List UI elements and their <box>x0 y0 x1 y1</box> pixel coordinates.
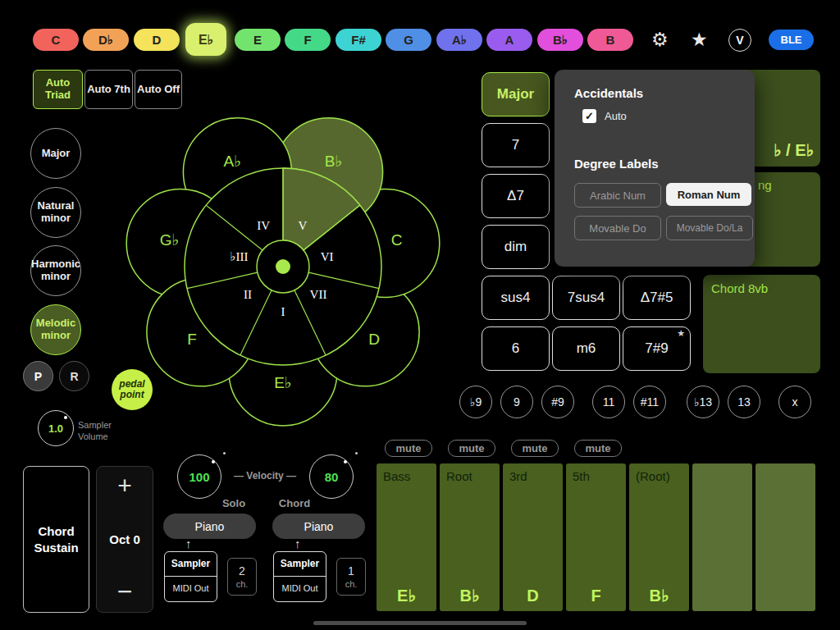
home-indicator[interactable] <box>313 621 527 625</box>
settings-gear-icon[interactable]: ⚙ <box>651 29 669 50</box>
key-button-a[interactable]: A <box>486 29 532 51</box>
mute-button-4[interactable]: mute <box>574 440 622 457</box>
scale-harmonic-minor-button[interactable]: Harmonic minor <box>30 245 81 296</box>
chord-sampler-option[interactable]: Sampler <box>274 552 326 577</box>
solo-midi-out-option[interactable]: MIDI Out <box>165 577 217 600</box>
wheel-note-f[interactable]: F <box>187 331 197 348</box>
key-button-b[interactable]: B <box>587 29 633 51</box>
quality-7sharp9-button[interactable]: 7#9 ★ <box>623 326 691 371</box>
p-button[interactable]: P <box>23 361 53 391</box>
wheel-degree-ii[interactable]: II <box>244 288 252 301</box>
key-button-db[interactable]: D♭ <box>83 29 129 51</box>
pad-root[interactable]: Root B♭ <box>440 463 500 611</box>
chord-8vb-panel[interactable]: Chord 8vb <box>703 275 820 373</box>
extension-b13-button[interactable]: ♭13 <box>687 386 719 418</box>
octave-minus-button[interactable]: − <box>97 577 153 607</box>
mute-button-2[interactable]: mute <box>448 440 495 457</box>
knob-indicator-dot <box>212 460 215 463</box>
quality-major-button[interactable]: Major <box>482 72 550 116</box>
degree-option-movable-do-la[interactable]: Movable Do/La <box>666 216 753 240</box>
key-button-bb[interactable]: B♭ <box>537 29 583 51</box>
ble-button[interactable]: BLE <box>769 30 814 50</box>
key-button-c[interactable]: C <box>33 29 79 51</box>
chord-velocity-knob[interactable]: 80 <box>309 454 354 499</box>
solo-sampler-option[interactable]: Sampler <box>165 552 217 577</box>
octave-label: Oct 0 <box>97 532 153 546</box>
wheel-degree-vii[interactable]: VII <box>310 288 327 301</box>
extension-9-button[interactable]: 9 <box>500 386 533 418</box>
pad-empty-1[interactable] <box>692 463 752 611</box>
mute-button-1[interactable]: mute <box>385 440 432 457</box>
wheel-note-gb[interactable]: G♭ <box>160 231 180 249</box>
wheel-note-ab[interactable]: A♭ <box>224 153 242 170</box>
wheel-degree-v[interactable]: V <box>298 219 307 232</box>
chord-sustain-button[interactable]: Chord Sustain <box>23 466 89 613</box>
quality-m6-button[interactable]: m6 <box>552 326 620 371</box>
extension-b9-button[interactable]: ♭9 <box>459 386 492 418</box>
pad-empty-2[interactable] <box>756 463 815 611</box>
chord-midi-out-option[interactable]: MIDI Out <box>274 577 326 600</box>
favorite-star-icon: ★ <box>677 328 685 339</box>
degree-option-movable-do[interactable]: Movable Do <box>574 216 661 240</box>
wheel-center-dot <box>276 259 290 274</box>
key-button-fsharp[interactable]: F# <box>336 29 381 51</box>
wheel-note-bb[interactable]: B♭ <box>325 153 343 170</box>
mute-button-3[interactable]: mute <box>511 440 559 457</box>
pad-root-2[interactable]: (Root) B♭ <box>629 463 689 611</box>
degree-option-roman-num[interactable]: Roman Num <box>666 183 751 206</box>
extension-x-button[interactable]: x <box>778 386 811 418</box>
checkbox-checked[interactable]: ✓ <box>582 109 596 123</box>
quality-dim-button[interactable]: dim <box>482 225 550 269</box>
key-button-g[interactable]: G <box>386 29 431 51</box>
solo-velocity-knob[interactable]: 100 <box>177 454 221 499</box>
pad-5th[interactable]: 5th F <box>566 463 626 611</box>
scale-major-button[interactable]: Major <box>30 128 81 179</box>
quality-6-button[interactable]: 6 <box>482 326 550 371</box>
extension-s9-button[interactable]: #9 <box>541 386 574 418</box>
r-button[interactable]: R <box>59 361 89 391</box>
voicing-v-button[interactable]: V <box>728 29 751 52</box>
quality-maj7-button[interactable]: Δ7 <box>482 174 550 218</box>
pad-note-label: B♭ <box>629 586 689 605</box>
channel-unit-label: ch. <box>345 579 358 589</box>
extension-11-button[interactable]: 11 <box>592 386 625 418</box>
pad-role-label: 5th <box>573 469 590 483</box>
wheel-note-c[interactable]: C <box>391 231 403 249</box>
key-button-eb-selected[interactable]: E♭ <box>185 23 226 56</box>
key-button-d[interactable]: D <box>134 29 180 51</box>
solo-instrument-button[interactable]: Piano <box>163 514 256 539</box>
wheel-degree-iv[interactable]: IV <box>257 219 270 232</box>
wheel-note-d[interactable]: D <box>368 331 380 348</box>
favorites-star-icon[interactable]: ★ <box>691 29 708 50</box>
wheel-note-eb[interactable]: E♭ <box>274 374 292 391</box>
solo-output-selector[interactable]: Sampler MIDI Out <box>164 551 217 602</box>
wheel-degree-i[interactable]: I <box>281 305 285 318</box>
wheel-degree-vi[interactable]: VI <box>321 250 334 263</box>
settings-popup: Accidentals ✓ Auto Degree Labels Arabic … <box>555 70 755 267</box>
quality-maj7sharp5-button[interactable]: Δ7#5 <box>623 276 691 320</box>
wheel-degree-biii[interactable]: ♭III <box>230 250 248 263</box>
key-button-f[interactable]: F <box>285 29 331 51</box>
key-button-ab[interactable]: A♭ <box>436 29 482 51</box>
chord-wheel[interactable]: IV V ♭III VI II VII I A♭ B♭ G♭ C F D E♭ <box>119 103 447 431</box>
solo-channel-button[interactable]: 2 ch. <box>227 558 257 596</box>
key-button-e[interactable]: E <box>235 29 281 51</box>
accidentals-title: Accidentals <box>574 86 643 100</box>
extension-s11-button[interactable]: #11 <box>633 386 666 418</box>
quality-7-button[interactable]: 7 <box>482 123 550 167</box>
extension-13-button[interactable]: 13 <box>728 386 760 418</box>
degree-option-arabic-num[interactable]: Arabic Num <box>574 183 661 208</box>
octave-plus-button[interactable]: + <box>97 472 153 500</box>
pad-3rd[interactable]: 3rd D <box>503 463 563 611</box>
quality-sus4-button[interactable]: sus4 <box>482 276 550 320</box>
sampler-volume-knob[interactable]: 1.0 <box>38 410 74 446</box>
chord-instrument-button[interactable]: Piano <box>272 514 365 539</box>
chord-channel-button[interactable]: 1 ch. <box>336 558 366 596</box>
quality-7sus4-button[interactable]: 7sus4 <box>552 276 620 320</box>
auto-triad-button[interactable]: Auto Triad <box>33 70 83 109</box>
auto-accidentals-checkbox-row[interactable]: ✓ Auto <box>582 109 627 123</box>
scale-natural-minor-button[interactable]: Natural minor <box>30 187 81 238</box>
chord-output-selector[interactable]: Sampler MIDI Out <box>273 551 326 602</box>
scale-melodic-minor-button[interactable]: Melodic minor <box>30 304 81 355</box>
pad-bass[interactable]: Bass E♭ <box>377 463 436 611</box>
